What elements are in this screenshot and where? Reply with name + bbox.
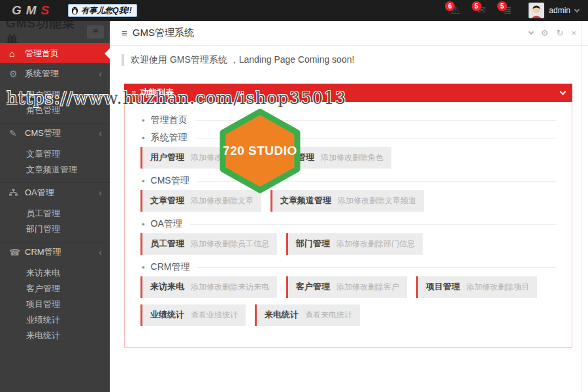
- feature-list-title: 功能列表: [140, 87, 174, 99]
- feature-section-cms: • CMS管理: [140, 175, 556, 187]
- sidebar-subitem-performance-stats[interactable]: 业绩统计: [0, 312, 110, 328]
- list-icon: ≡: [131, 88, 136, 97]
- feature-button-title: 文章管理: [150, 195, 184, 206]
- sidebar-item-label: CMS管理: [25, 127, 61, 139]
- sidebar-subitem-article-channels[interactable]: 文章频道管理: [0, 162, 110, 178]
- feature-button-desc: 查看来电统计: [305, 310, 352, 321]
- feature-button-performance-stats[interactable]: 业绩统计 查看业绩统计: [140, 304, 246, 326]
- section-title: CRM管理: [151, 261, 190, 273]
- gear-icon: ⚙: [9, 69, 25, 79]
- sidebar-header: GMS功能菜单 ≡: [0, 21, 110, 43]
- sidebar-item-home[interactable]: ⌂ 管理首页: [0, 43, 110, 63]
- qq-penguin-icon: [71, 7, 78, 15]
- sidebar: GMS功能菜单 ≡ ⌂ 管理首页 ⚙ 系统管理 ‹ 用户管理 角色管理 ✎ CM…: [0, 21, 110, 392]
- button-row: 文章管理 添加修改删除文章 文章频道管理 添加修改删除文章频道: [140, 190, 556, 212]
- sidebar-subitem-users[interactable]: 用户管理: [0, 87, 110, 103]
- section-title: OA管理: [151, 218, 182, 230]
- welcome-accent-bar: [122, 54, 124, 66]
- section-divider: [197, 267, 556, 268]
- qq-badge-label: 有事儿您Q我!!: [81, 5, 131, 16]
- sidebar-item-label: 管理首页: [25, 48, 59, 59]
- panel-tools: ⚙ ↻ ×: [529, 29, 576, 37]
- sidebar-subitem-call-stats[interactable]: 来电统计: [0, 328, 110, 344]
- chevron-left-icon: ‹: [99, 188, 102, 198]
- qq-contact-badge[interactable]: 有事儿您Q我!!: [68, 4, 137, 17]
- feature-button-customers[interactable]: 客户管理 添加修改删除客户: [286, 276, 407, 298]
- collapse-panel-icon[interactable]: [529, 29, 534, 35]
- sidebar-item-oa[interactable]: OA管理 ‹: [0, 182, 110, 203]
- bullet-icon: •: [142, 133, 145, 143]
- sidebar-item-cms[interactable]: ✎ CMS管理 ‹: [0, 123, 110, 143]
- sidebar-collapse-button[interactable]: ≡: [87, 25, 104, 39]
- feature-button-employees[interactable]: 员工管理 添加修改删除员工信息: [140, 233, 277, 255]
- logo-text-gm: GM: [12, 3, 41, 17]
- close-icon[interactable]: ×: [571, 29, 576, 37]
- notification-tasks[interactable]: ≣ 5: [503, 5, 512, 16]
- wrench-icon[interactable]: ⚙: [541, 29, 549, 37]
- collapse-feature-list-icon[interactable]: [560, 88, 566, 95]
- bullet-icon: •: [142, 176, 145, 186]
- button-row: 用户管理 添加修改删除用户 角色管理 添加修改删除角色: [140, 147, 556, 169]
- sidebar-item-crm[interactable]: ☎ CRM管理 ‹: [0, 242, 110, 262]
- sidebar-item-system[interactable]: ⚙ 系统管理 ‹: [0, 63, 110, 84]
- logo-text-s: S: [41, 3, 54, 17]
- button-row: 员工管理 添加修改删除员工信息 部门管理 添加修改删除部门信息: [140, 233, 556, 255]
- sidebar-subitem-visits-calls[interactable]: 来访来电: [0, 265, 110, 281]
- bullet-icon: •: [142, 116, 145, 125]
- sidebar-submenu-crm: 来访来电 客户管理 项目管理 业绩统计 来电统计: [0, 262, 110, 348]
- feature-button-title: 部门管理: [296, 238, 330, 250]
- feature-button-title: 用户管理: [150, 152, 184, 163]
- gms-logo: GMS: [12, 3, 54, 18]
- feature-list-body: • 管理首页 • 系统管理 用户管理 添加修改删除用户 角色管理 添加修改删除角…: [124, 102, 572, 348]
- feature-button-desc: 添加修改删除文章频道: [338, 195, 416, 206]
- feature-button-title: 来访来电: [150, 281, 184, 293]
- welcome-message: 欢迎使用 GMS管理系统 ，Landing Page Coming soon!: [122, 54, 588, 66]
- feature-button-desc: 添加修改删除员工信息: [191, 238, 269, 250]
- notification-warnings[interactable]: ⚠ 6: [451, 5, 460, 16]
- sidebar-subitem-projects[interactable]: 项目管理: [0, 297, 110, 312]
- sidebar-item-label: 系统管理: [25, 68, 59, 80]
- sitemap-icon: [9, 188, 25, 198]
- studio-hexagon-badge: 720 STUDIO: [217, 108, 303, 193]
- feature-section-system: • 系统管理: [140, 132, 556, 144]
- topbar-right: ⚠ 6 ✉ 5 ≣ 5 admin: [451, 3, 579, 18]
- message-count-badge: 5: [472, 1, 482, 11]
- feature-button-desc: 添加修改删除角色: [321, 152, 384, 163]
- sidebar-subitem-employees[interactable]: 员工管理: [0, 206, 110, 221]
- feature-list-panel: ≡ 功能列表 • 管理首页 • 系统管理 用户管理 添加修改删除用户: [124, 84, 572, 348]
- feature-button-title: 业绩统计: [150, 309, 184, 321]
- sidebar-subitem-departments[interactable]: 部门管理: [0, 221, 110, 237]
- sidebar-submenu-oa: 员工管理 部门管理: [0, 203, 110, 242]
- sidebar-subitem-articles[interactable]: 文章管理: [0, 146, 110, 162]
- feature-button-departments[interactable]: 部门管理 添加修改删除部门信息: [286, 233, 423, 255]
- task-count-badge: 5: [497, 1, 507, 11]
- feature-button-desc: 添加修改删除文章: [191, 195, 253, 206]
- sidebar-item-label: CRM管理: [25, 246, 61, 258]
- content-hamburger-icon[interactable]: ≡: [122, 27, 127, 39]
- hexagon-label: 720 STUDIO: [217, 108, 303, 193]
- section-divider: [190, 224, 556, 225]
- feature-button-call-stats[interactable]: 来电统计 查看来电统计: [255, 304, 360, 326]
- notification-messages[interactable]: ✉ 5: [478, 5, 486, 16]
- sidebar-subitem-roles[interactable]: 角色管理: [0, 103, 110, 118]
- avatar: [529, 3, 544, 18]
- user-menu[interactable]: admin: [529, 3, 579, 18]
- feature-button-visits-calls[interactable]: 来访来电 添加修改删除来访来电: [140, 276, 277, 298]
- sidebar-subitem-customers[interactable]: 客户管理: [0, 281, 110, 297]
- feature-button-title: 来电统计: [265, 309, 299, 321]
- welcome-text: 欢迎使用 GMS管理系统 ，Landing Page Coming soon!: [131, 54, 354, 66]
- pen-icon: ✎: [9, 128, 25, 139]
- feature-button-projects[interactable]: 项目管理 添加修改删除项目: [416, 276, 537, 298]
- feature-section-home: • 管理首页: [140, 114, 556, 126]
- right-divider: [581, 21, 581, 392]
- button-row: 来访来电 添加修改删除来访来电 客户管理 添加修改删除客户 项目管理 添加修改删…: [140, 276, 556, 298]
- bullet-icon: •: [142, 220, 145, 229]
- chevron-left-icon: ‹: [99, 69, 102, 79]
- feature-button-desc: 添加修改删除项目: [466, 282, 529, 293]
- sidebar-submenu-system: 用户管理 角色管理: [0, 84, 110, 123]
- refresh-icon[interactable]: ↻: [557, 29, 564, 37]
- home-icon: ⌂: [9, 48, 25, 59]
- feature-button-desc: 添加修改删除来访来电: [191, 282, 269, 293]
- content-header: ≡ GMS管理系统 ⚙ ↻ ×: [110, 21, 588, 46]
- username: admin: [549, 6, 570, 15]
